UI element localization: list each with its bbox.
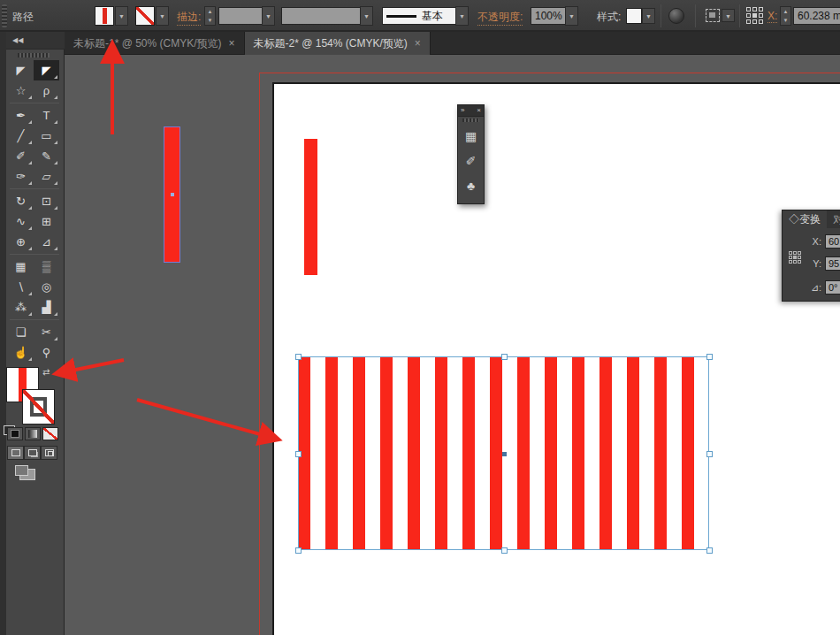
red-bar[interactable] (304, 139, 317, 275)
selection-handle[interactable] (706, 547, 713, 554)
toolbar-grip[interactable] (18, 53, 50, 57)
red-bar-selected[interactable] (164, 127, 179, 262)
x-value-field[interactable]: 60 (825, 234, 840, 249)
color-button[interactable] (7, 427, 23, 440)
canvas-area[interactable]: » × ▦✐♣ ◇变换 对 X: 60 Y: 95 (65, 55, 840, 635)
none-button[interactable] (42, 427, 58, 440)
symbol-sprayer-tool[interactable]: ⁂ (8, 297, 34, 318)
ref-point-cell[interactable] (793, 260, 797, 264)
select-similar-icon[interactable] (706, 9, 720, 22)
slice-tool[interactable]: ✂ (34, 322, 59, 342)
direct-selection-tool[interactable]: ◤ (34, 60, 59, 80)
selection-handle[interactable] (501, 354, 508, 360)
opacity-panel-link[interactable]: 不透明度: (477, 10, 523, 26)
lasso-tool[interactable]: ρ (34, 80, 59, 101)
column-graph-tool[interactable]: ▟ (34, 297, 59, 318)
perspective-grid-tool[interactable]: ⊿ (34, 232, 59, 252)
hand-tool[interactable]: ☝ (8, 342, 34, 363)
brush-definition-field[interactable]: 基本 (382, 7, 456, 25)
tab-close-icon[interactable]: × (415, 37, 421, 50)
selection-handle[interactable] (295, 451, 302, 457)
stroke-dropdown-arrow[interactable]: ▼ (156, 6, 169, 26)
stepper-up-icon[interactable]: ▲ (205, 7, 215, 16)
reference-point-icon[interactable] (789, 251, 801, 264)
rotate-tool[interactable]: ↻ (8, 191, 34, 211)
draw-behind-button[interactable] (24, 446, 41, 460)
pencil-tool[interactable]: ✎ (34, 146, 59, 166)
ref-point-cell[interactable] (759, 7, 763, 11)
recolor-artwork-icon[interactable] (668, 8, 684, 24)
selection-handle[interactable] (706, 354, 713, 360)
magic-wand-tool[interactable]: ☆ (8, 80, 34, 101)
stroke-weight-stepper[interactable]: ▲ ▼ (204, 6, 216, 26)
blend-tool[interactable]: ◎ (34, 277, 59, 297)
ref-point-cell[interactable] (789, 256, 792, 259)
ref-point-cell[interactable] (746, 19, 751, 24)
tab-close-icon[interactable]: × (229, 37, 235, 50)
reference-point-icon[interactable] (746, 7, 763, 24)
mesh-tool[interactable]: ▦ (8, 256, 34, 277)
selection-handle[interactable] (501, 547, 508, 554)
style-dropdown-arrow[interactable]: ▼ (642, 8, 655, 24)
ref-point-cell[interactable] (746, 13, 751, 18)
ref-point-cell[interactable] (789, 260, 792, 264)
stroke-indicator-swatch[interactable] (22, 389, 55, 425)
stepper-up-icon[interactable]: ▲ (781, 7, 790, 16)
x-coordinate-field[interactable]: 60.238 mm (793, 7, 840, 25)
artboard-tool[interactable]: ❏ (8, 322, 34, 342)
ref-point-cell[interactable] (759, 19, 763, 24)
ref-point-cell[interactable] (798, 260, 801, 264)
ref-point-cell[interactable] (752, 19, 757, 24)
type-tool[interactable]: T (34, 105, 59, 126)
ref-point-cell[interactable] (793, 256, 797, 259)
stroke-color-swatch[interactable] (135, 6, 155, 26)
width-profile-dropdown-arrow[interactable]: ▼ (360, 6, 373, 26)
toolbar-collapse-button[interactable]: ◀◀ (6, 32, 65, 50)
ref-point-cell[interactable] (798, 251, 801, 255)
brushes-panel-icon[interactable]: ✐ (458, 149, 484, 173)
shape-builder-tool[interactable]: ⊕ (8, 232, 34, 252)
opacity-dropdown-arrow[interactable]: ▼ (565, 6, 578, 26)
ref-point-cell[interactable] (798, 256, 801, 259)
blob-brush-tool[interactable]: ✑ (8, 166, 34, 187)
floating-panel-grip[interactable] (462, 119, 479, 122)
stroke-panel-link[interactable]: 描边: (177, 10, 201, 26)
ref-point-cell[interactable] (746, 7, 751, 11)
y-value-field[interactable]: 95 (825, 256, 840, 271)
ref-point-cell[interactable] (752, 7, 757, 11)
document-tab[interactable]: 未标题-2* @ 154% (CMYK/预览)× (245, 32, 431, 55)
width-tool[interactable]: ∿ (8, 211, 34, 232)
draw-inside-button[interactable] (41, 446, 57, 460)
ref-point-cell[interactable] (789, 251, 792, 255)
selection-handle[interactable] (295, 547, 302, 554)
scale-tool[interactable]: ⊡ (34, 191, 59, 211)
document-tab[interactable]: 未标题-1* @ 50% (CMYK/预览)× (65, 32, 245, 55)
ref-point-cell[interactable] (793, 251, 797, 255)
gradient-button[interactable] (25, 427, 41, 440)
selection-handle[interactable] (706, 451, 713, 457)
symbols-panel-icon[interactable]: ♣ (458, 173, 484, 198)
style-swatch[interactable] (626, 8, 642, 24)
stepper-down-icon[interactable]: ▼ (781, 16, 790, 25)
draw-normal-button[interactable] (7, 446, 24, 460)
fill-dropdown-arrow[interactable]: ▼ (115, 6, 128, 26)
width-profile-field[interactable] (281, 7, 361, 25)
x-coordinate-label[interactable]: X: (767, 10, 777, 23)
expand-panel-icon[interactable]: » (461, 105, 464, 116)
gradient-tool[interactable]: ▒ (34, 256, 59, 277)
x-coordinate-stepper[interactable]: ▲ ▼ (780, 6, 791, 26)
screen-mode-button[interactable] (19, 469, 35, 480)
swatches-panel-icon[interactable]: ▦ (458, 124, 484, 149)
stroke-weight-dropdown-arrow[interactable]: ▼ (262, 6, 275, 26)
fill-color-swatch[interactable] (95, 6, 114, 26)
panel-grip[interactable] (2, 4, 7, 27)
close-panel-icon[interactable]: × (477, 105, 481, 116)
line-segment-tool[interactable]: ╱ (8, 126, 34, 146)
rectangle-tool[interactable]: ▭ (34, 126, 59, 146)
free-transform-tool[interactable]: ⊞ (34, 211, 59, 232)
paintbrush-tool[interactable]: ✐ (8, 146, 34, 166)
ref-point-cell[interactable] (759, 13, 763, 18)
pen-tool[interactable]: ✒ (8, 105, 34, 126)
eyedropper-tool[interactable]: ∖ (8, 277, 34, 297)
ref-point-cell[interactable] (752, 13, 757, 18)
